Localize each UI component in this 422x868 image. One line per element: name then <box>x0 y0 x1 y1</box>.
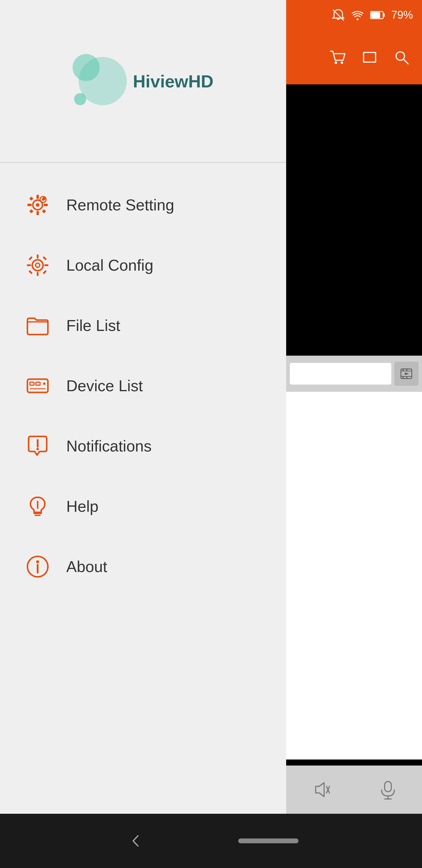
svg-rect-40 <box>37 254 38 258</box>
menu-item-notifications[interactable]: Notifications <box>0 416 286 476</box>
svg-rect-48 <box>27 379 48 393</box>
svg-rect-17 <box>406 369 407 371</box>
device-list-icon <box>26 374 50 398</box>
remote-setting-label: Remote Setting <box>66 196 174 214</box>
help-icon <box>26 494 50 518</box>
search-icon[interactable] <box>393 49 410 66</box>
battery-percentage: 79% <box>391 9 413 22</box>
device-list-label: Device List <box>66 377 143 395</box>
screen-icon[interactable] <box>361 49 378 66</box>
svg-rect-41 <box>37 272 38 276</box>
notifications-label: Notifications <box>66 437 152 455</box>
menu-item-about[interactable]: About <box>0 536 286 597</box>
mute-button[interactable] <box>310 779 331 800</box>
svg-rect-23 <box>385 781 391 792</box>
file-list-label: File List <box>66 316 120 335</box>
back-icon <box>128 833 143 848</box>
back-button[interactable] <box>124 829 148 853</box>
svg-rect-10 <box>363 53 376 62</box>
svg-rect-50 <box>36 382 40 385</box>
svg-rect-29 <box>36 211 39 215</box>
home-pill[interactable] <box>238 838 298 843</box>
film-button[interactable] <box>394 362 418 386</box>
svg-rect-28 <box>36 195 39 199</box>
bubble-small <box>74 93 86 105</box>
svg-rect-7 <box>371 12 380 18</box>
nav-bar <box>0 814 422 868</box>
svg-rect-31 <box>44 204 48 206</box>
drawer-menu: Remote Setting Local Config <box>0 163 286 868</box>
svg-point-8 <box>335 61 337 64</box>
menu-item-device-list[interactable]: Device List <box>0 355 286 416</box>
search-input-box[interactable] <box>290 363 391 384</box>
help-label: Help <box>66 497 98 516</box>
svg-rect-44 <box>28 256 33 260</box>
local-config-label: Local Config <box>66 256 153 274</box>
local-config-icon <box>26 253 50 277</box>
mute-icon <box>310 779 331 800</box>
svg-point-59 <box>36 560 39 563</box>
svg-point-39 <box>36 263 40 267</box>
svg-point-37 <box>42 198 44 201</box>
svg-rect-19 <box>406 377 407 378</box>
media-controls <box>286 766 422 814</box>
film-icon <box>400 367 413 380</box>
svg-rect-15 <box>401 376 412 377</box>
menu-item-file-list[interactable]: File List <box>0 296 286 355</box>
about-label: About <box>66 558 107 576</box>
svg-rect-30 <box>27 204 32 206</box>
svg-rect-18 <box>403 377 403 378</box>
svg-point-38 <box>32 260 43 271</box>
mic-button[interactable] <box>378 779 398 800</box>
notifications-icon <box>26 434 50 458</box>
svg-rect-49 <box>30 382 34 385</box>
mic-icon <box>378 779 398 800</box>
svg-line-12 <box>403 59 408 64</box>
svg-rect-45 <box>42 256 47 260</box>
bubble-medium <box>73 54 100 81</box>
svg-rect-46 <box>28 270 33 274</box>
drawer-header: HiviewHD <box>0 0 286 163</box>
svg-rect-35 <box>42 209 46 213</box>
svg-point-52 <box>43 382 45 385</box>
menu-item-local-config[interactable]: Local Config <box>0 235 286 296</box>
remote-setting-icon <box>26 193 50 217</box>
svg-rect-6 <box>383 13 385 17</box>
svg-rect-32 <box>29 196 33 201</box>
svg-point-27 <box>36 203 39 207</box>
cart-icon[interactable] <box>329 49 346 66</box>
battery-icon <box>370 10 385 21</box>
svg-rect-16 <box>403 369 403 371</box>
svg-marker-20 <box>405 373 409 375</box>
mute-bell-icon <box>332 8 345 22</box>
app-logo-text: HiviewHD <box>133 71 214 91</box>
svg-rect-14 <box>401 371 412 371</box>
about-icon <box>26 555 50 579</box>
main-content-area <box>286 84 422 355</box>
svg-rect-43 <box>44 264 48 266</box>
svg-rect-42 <box>27 264 31 266</box>
svg-rect-34 <box>29 209 33 213</box>
svg-rect-47 <box>42 270 47 274</box>
menu-item-remote-setting[interactable]: Remote Setting <box>0 175 286 235</box>
file-list-icon <box>26 313 50 338</box>
wifi-icon <box>351 8 364 22</box>
svg-point-9 <box>341 61 343 64</box>
menu-item-help[interactable]: Help <box>0 476 286 536</box>
svg-point-4 <box>357 19 358 20</box>
drawer: HiviewHD <box>0 0 286 868</box>
svg-point-54 <box>36 448 39 450</box>
search-bar-area <box>286 355 422 392</box>
white-content-area <box>286 392 422 760</box>
